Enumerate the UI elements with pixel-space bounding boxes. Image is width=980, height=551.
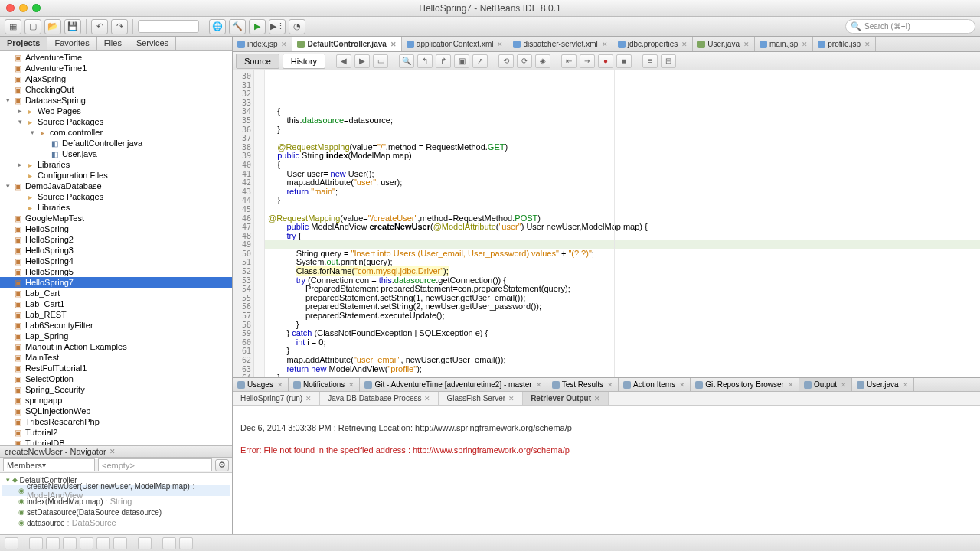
tree-node[interactable]: ▸▸Libraries: [0, 159, 232, 170]
open-button[interactable]: 📂: [44, 19, 61, 34]
navigator-tree[interactable]: ▾ ◆DefaultController◉createNewUser(User …: [0, 473, 232, 534]
bottom-tab[interactable]: Notifications✕: [289, 378, 360, 391]
tree-node[interactable]: ▣TutorialDB: [0, 438, 232, 445]
panel-tab-favorites[interactable]: Favorites: [47, 37, 96, 50]
members-combo[interactable]: Members ▾: [3, 458, 95, 471]
close-icon[interactable]: ✕: [390, 41, 397, 48]
prev-button[interactable]: ◀: [336, 54, 351, 68]
close-icon[interactable]: ✕: [903, 381, 909, 389]
window-controls[interactable]: [6, 4, 41, 12]
tree-node[interactable]: ▣HelloSpring3: [0, 245, 232, 256]
bottom-tab[interactable]: Action Items✕: [619, 378, 691, 391]
tree-node[interactable]: ▾▸com.controller: [0, 127, 232, 138]
goto-button[interactable]: ↗: [472, 54, 488, 68]
panel-tab-projects[interactable]: Projects: [0, 37, 47, 50]
minimize-window[interactable]: [19, 4, 28, 12]
comment-button[interactable]: ≡: [642, 54, 658, 68]
close-icon[interactable]: ✕: [607, 381, 613, 389]
status-btn-10[interactable]: [179, 537, 193, 549]
new-project-button[interactable]: ▢: [24, 19, 41, 34]
tree-node[interactable]: ▣AdventureTime1: [0, 63, 232, 73]
tree-node[interactable]: ▣GoogleMapTest: [0, 213, 232, 223]
tree-node[interactable]: ▾▣DatabaseSpring: [0, 95, 232, 106]
redo-button[interactable]: ↷: [111, 19, 128, 34]
tree-node[interactable]: ▣Lap_Spring: [0, 331, 232, 341]
close-icon[interactable]: ✕: [424, 395, 430, 403]
tree-node[interactable]: ▸▸Web Pages: [0, 106, 232, 116]
close-icon[interactable]: ✕: [594, 395, 600, 403]
tree-node[interactable]: ▣Spring_Security: [0, 384, 232, 395]
tree-node[interactable]: ▣AdventureTime: [0, 52, 232, 63]
tree-node[interactable]: ▣Lab_Cart: [0, 288, 232, 298]
file-tab[interactable]: User.java✕: [693, 37, 755, 51]
tree-node[interactable]: ▣HelloSpring5: [0, 266, 232, 277]
output-sub-tab[interactable]: Retriever Output ✕: [523, 392, 609, 405]
tree-node[interactable]: ▣HelloSpring: [0, 223, 232, 234]
bottom-tab[interactable]: Git Repository Browser✕: [691, 378, 799, 391]
close-icon[interactable]: ✕: [277, 381, 283, 389]
tree-node[interactable]: ▣SQLInjectionWeb: [0, 406, 232, 416]
close-icon[interactable]: ✕: [841, 381, 847, 389]
forward-button[interactable]: ⟳: [517, 54, 532, 68]
output-sub-tab[interactable]: GlassFish Server ✕: [439, 392, 523, 405]
find-selection-button[interactable]: 🔍: [399, 54, 414, 68]
status-btn-8[interactable]: [138, 537, 152, 549]
close-icon[interactable]: ✕: [281, 41, 287, 48]
close-icon[interactable]: ✕: [305, 395, 312, 403]
clean-build-button[interactable]: 🔨: [229, 19, 246, 34]
bottom-tab[interactable]: Test Results✕: [547, 378, 619, 391]
new-file-button[interactable]: ▦: [5, 19, 21, 34]
output-sub-tab[interactable]: Java DB Database Process ✕: [320, 392, 439, 405]
tree-node[interactable]: ▣Mahout in Action Examples: [0, 341, 232, 352]
panel-tab-files[interactable]: Files: [97, 37, 129, 50]
tree-node[interactable]: ▣HelloSpring2: [0, 234, 232, 245]
tree-node[interactable]: ▣Lab_REST: [0, 309, 232, 320]
source-tab[interactable]: Source: [236, 54, 279, 69]
glyph-column[interactable]: [254, 70, 265, 377]
back-button[interactable]: ⟲: [498, 54, 514, 68]
history-tab[interactable]: History: [283, 54, 325, 69]
close-icon[interactable]: ✕: [508, 395, 514, 403]
close-icon[interactable]: ✕: [788, 381, 794, 389]
tree-node[interactable]: ▣MainTest: [0, 352, 232, 363]
next-button[interactable]: ▶: [354, 54, 370, 68]
undo-button[interactable]: ↶: [91, 19, 108, 34]
tree-node[interactable]: ▣AjaxSpring: [0, 73, 232, 84]
panel-tab-services[interactable]: Services: [129, 37, 176, 50]
run-button[interactable]: ▶: [249, 19, 266, 34]
code-editor[interactable]: 30 31 32 33 34 35 36 37 38 39 40 41 42 4…: [233, 70, 980, 377]
status-btn-9[interactable]: [162, 537, 176, 549]
debug-button[interactable]: ▶⋮: [269, 19, 286, 34]
close-icon[interactable]: ✕: [681, 41, 688, 48]
output-sub-tab[interactable]: HelloSpring7 (run) ✕: [233, 392, 320, 405]
find-button[interactable]: ▭: [373, 54, 388, 68]
build-button[interactable]: 🌐: [209, 19, 226, 34]
status-btn-7[interactable]: [113, 537, 127, 549]
navigator-item[interactable]: ◉setDatasource(DataSource datasource): [2, 507, 230, 517]
bottom-tab[interactable]: User.java✕: [852, 378, 914, 391]
close-icon[interactable]: ✕: [348, 381, 354, 389]
close-icon[interactable]: ✕: [864, 41, 871, 48]
tree-node[interactable]: ▣HelloSpring7: [0, 277, 232, 288]
bottom-tab[interactable]: Git - AdventureTime [adventuretime2] - m…: [360, 378, 547, 391]
file-tab[interactable]: applicationContext.xml✕: [402, 37, 509, 51]
status-btn-3[interactable]: [46, 537, 60, 549]
bottom-tab[interactable]: Output✕: [799, 378, 852, 391]
tree-node[interactable]: ▣Lab6SecurityFilter: [0, 320, 232, 331]
save-all-button[interactable]: 💾: [64, 19, 81, 34]
console-output[interactable]: Dec 6, 2014 3:03:38 PM : Retrieving Loca…: [233, 406, 980, 534]
tree-node[interactable]: ▣Tutorial2: [0, 427, 232, 438]
file-tab[interactable]: dispatcher-servlet.xml✕: [508, 37, 612, 51]
file-tab[interactable]: index.jsp✕: [233, 37, 292, 51]
code-area[interactable]: { this.datasource=datasource; } @Request…: [265, 70, 980, 377]
tree-node[interactable]: ▸Libraries: [0, 202, 232, 213]
file-tab[interactable]: main.jsp✕: [755, 37, 813, 51]
macro-stop-button[interactable]: ■: [616, 54, 632, 68]
nav-filter-button[interactable]: ⚙: [215, 459, 229, 471]
close-icon[interactable]: ✕: [743, 41, 750, 48]
tree-node[interactable]: ▣RestFulTutorial1: [0, 363, 232, 373]
status-btn-2[interactable]: [29, 537, 43, 549]
status-btn-6[interactable]: [96, 537, 110, 549]
file-tab[interactable]: DefaultController.java✕: [292, 37, 401, 51]
file-tab[interactable]: profile.jsp✕: [813, 37, 876, 51]
